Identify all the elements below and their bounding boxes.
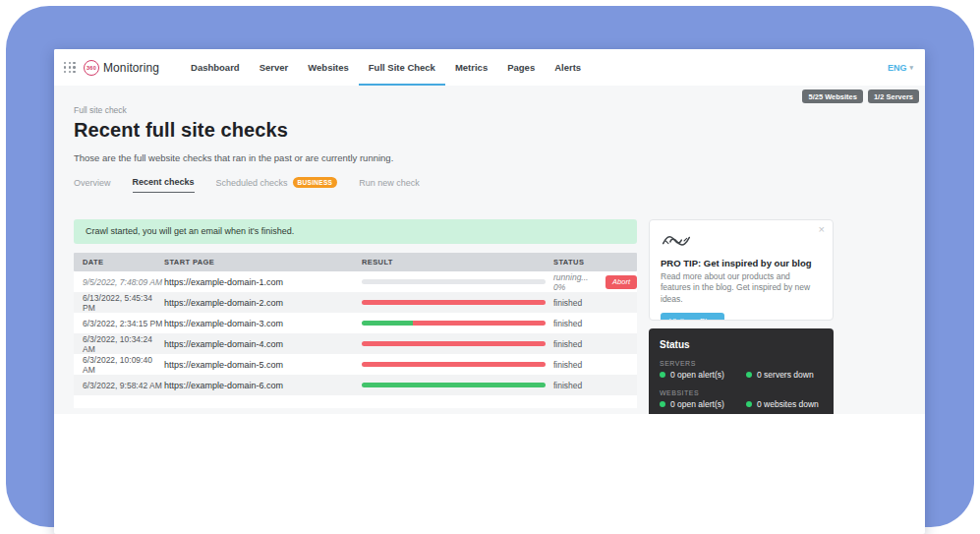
side-column: × PRO TIP: Get inspired by our blog Read… <box>649 219 834 414</box>
nav-item-metrics[interactable]: Metrics <box>445 49 497 86</box>
table-row[interactable]: 9/5/2022, 7:48:09 AM https://example-dom… <box>74 271 637 292</box>
result-progress-bar <box>362 341 546 346</box>
nav-item-label: Full Site Check <box>369 62 435 73</box>
nav-item-label: Alerts <box>554 62 581 73</box>
brand-name: Monitoring <box>103 61 159 75</box>
check-date: 6/3/2022, 9:58:42 AM <box>83 381 164 390</box>
result-progress-bar <box>362 383 546 387</box>
nav-item-label: Server <box>259 62 289 73</box>
status-section-label: SERVERS <box>660 360 823 367</box>
check-status: finished <box>553 360 582 370</box>
status-ok-dot-icon <box>660 372 665 378</box>
usage-badge-5-25-websites[interactable]: 5/25 Websites <box>802 89 862 103</box>
status-item: 0 websites down <box>746 399 819 409</box>
page-head: Full site check Recent full site checks … <box>54 86 925 163</box>
app-window: 360 Monitoring DashboardServerWebsitesFu… <box>54 49 925 534</box>
pro-tip-card: × PRO TIP: Get inspired by our blog Read… <box>649 219 834 321</box>
check-status: finished <box>553 339 582 349</box>
success-banner: Crawl started, you will get an email whe… <box>74 219 637 244</box>
column-header-date: DATE <box>83 258 164 267</box>
nav-item-label: Dashboard <box>191 62 240 73</box>
abort-button[interactable]: Abort <box>605 275 637 289</box>
check-date: 6/13/2022, 5:45:34 PM <box>83 293 164 313</box>
nav-item-alerts[interactable]: Alerts <box>545 49 591 86</box>
tab-overview[interactable]: Overview <box>74 178 111 193</box>
check-start-page: https://example-domain-4.com <box>164 339 362 349</box>
status-ok-dot-icon <box>746 372 752 378</box>
table-row[interactable]: 6/3/2022, 10:09:40 AM https://example-do… <box>74 354 637 375</box>
breadcrumb: Full site check <box>74 105 925 115</box>
nav-item-server[interactable]: Server <box>250 49 299 86</box>
tab-bar: Overview Recent checks Scheduled checks … <box>74 177 925 193</box>
status-item-text: 0 websites down <box>757 399 819 409</box>
tab-label: Scheduled checks <box>216 178 288 188</box>
page-title: Recent full site checks <box>74 119 925 142</box>
check-date: 9/5/2022, 7:48:09 AM <box>83 277 164 287</box>
check-start-page: https://example-domain-6.com <box>164 381 362 390</box>
status-section-servers: SERVERS 0 open alert(s) 0 servers down <box>660 360 823 380</box>
tab-run-new-check[interactable]: Run new check <box>359 178 420 193</box>
app-launcher-grid-icon[interactable] <box>64 62 76 74</box>
usage-badge-1-2-servers[interactable]: 1/2 Servers <box>868 89 919 103</box>
table-empty-row <box>74 395 637 408</box>
status-panel: Status SERVERS 0 open alert(s) 0 servers… <box>649 328 834 414</box>
check-start-page: https://example-domain-3.com <box>164 319 362 328</box>
logo-360-icon: 360 <box>84 60 99 76</box>
handshake-icon <box>661 230 692 252</box>
nav-item-websites[interactable]: Websites <box>298 49 359 86</box>
table-body: 9/5/2022, 7:48:09 AM https://example-dom… <box>74 271 637 395</box>
status-item-text: 0 open alert(s) <box>670 370 724 380</box>
tab-recent-checks[interactable]: Recent checks <box>133 177 195 193</box>
close-icon[interactable]: × <box>819 224 825 235</box>
tab-label: Recent checks <box>133 177 195 187</box>
result-progress-bar <box>362 279 546 284</box>
check-status: running... 0% <box>553 272 601 292</box>
column-header-status: STATUS <box>553 258 637 267</box>
table-row[interactable]: 6/3/2022, 9:58:42 AM https://example-dom… <box>74 375 637 395</box>
check-status: finished <box>553 319 582 328</box>
chevron-down-icon: ▾ <box>909 64 913 72</box>
tab-label: Run new check <box>359 178 420 188</box>
nav-item-label: Websites <box>308 62 349 73</box>
tab-label: Overview <box>74 178 111 188</box>
status-ok-dot-icon <box>660 401 665 407</box>
nav-item-dashboard[interactable]: Dashboard <box>181 49 250 86</box>
status-item: 0 open alert(s) <box>660 370 746 380</box>
nav-item-full-site-check[interactable]: Full Site Check <box>359 49 445 86</box>
page-description: Those are the full website checks that r… <box>74 152 925 163</box>
column-header-result: RESULT <box>362 258 553 267</box>
status-section-label: WEBSITES <box>660 389 823 396</box>
brand-logo[interactable]: 360 Monitoring <box>84 60 159 76</box>
language-selector[interactable]: ENG ▾ <box>888 49 913 86</box>
check-status: finished <box>553 381 582 390</box>
checks-column: Crawl started, you will get an email whe… <box>74 219 637 408</box>
check-status: finished <box>553 298 582 308</box>
main-nav: DashboardServerWebsitesFull Site CheckMe… <box>181 49 591 86</box>
table-row[interactable]: 6/13/2022, 5:45:34 PM https://example-do… <box>74 292 637 313</box>
check-date: 6/3/2022, 10:34:24 AM <box>83 334 164 354</box>
table-row[interactable]: 6/3/2022, 10:34:24 AM https://example-do… <box>74 333 637 354</box>
tab-scheduled-checks[interactable]: Scheduled checks BUSINESS <box>216 177 338 193</box>
table-row[interactable]: 6/3/2022, 2:34:15 PM https://example-dom… <box>74 313 637 333</box>
nav-item-label: Metrics <box>455 62 488 73</box>
visit-blog-button[interactable]: Visit our Blog <box>661 313 724 321</box>
check-start-page: https://example-domain-2.com <box>164 298 362 308</box>
table-header-row: DATE START PAGE RESULT STATUS <box>74 253 637 271</box>
check-date: 6/3/2022, 2:34:15 PM <box>83 319 164 328</box>
status-item-text: 0 servers down <box>757 370 814 380</box>
check-start-page: https://example-domain-1.com <box>164 277 362 287</box>
pro-tip-title: PRO TIP: Get inspired by our blog <box>661 258 822 268</box>
status-item-text: 0 open alert(s) <box>670 399 724 409</box>
status-item: 0 open alert(s) <box>660 399 746 409</box>
nav-item-pages[interactable]: Pages <box>497 49 545 86</box>
status-item: 0 servers down <box>746 370 814 380</box>
recent-checks-table: DATE START PAGE RESULT STATUS 9/5/2022, … <box>74 253 637 408</box>
app-header: 360 Monitoring DashboardServerWebsitesFu… <box>54 49 925 86</box>
result-progress-bar <box>362 300 546 305</box>
page-content: 5/25 Websites1/2 Servers Full site check… <box>54 86 925 414</box>
marketing-canvas: 360 Monitoring DashboardServerWebsitesFu… <box>0 0 980 534</box>
result-progress-bar <box>362 321 546 326</box>
language-label: ENG <box>888 63 907 73</box>
status-panel-title: Status <box>660 339 823 350</box>
business-badge: BUSINESS <box>293 177 338 188</box>
